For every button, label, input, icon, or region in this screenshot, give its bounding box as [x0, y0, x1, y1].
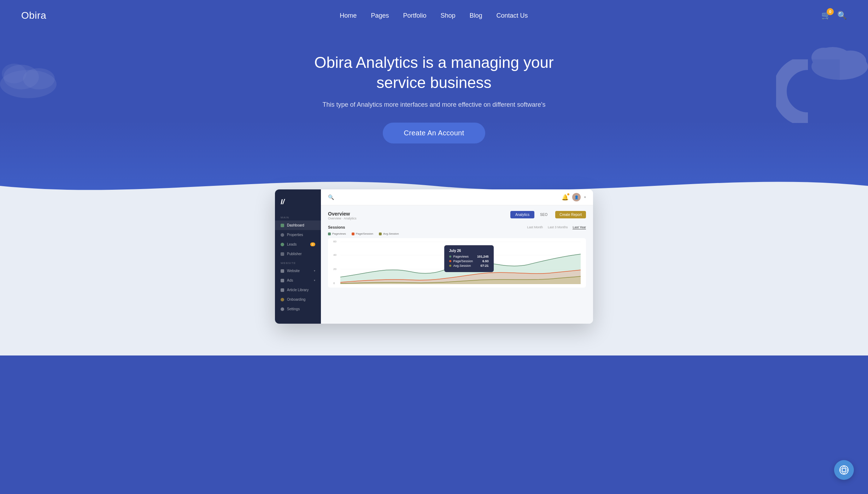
svg-text:0: 0 — [333, 282, 335, 285]
svg-rect-9 — [808, 59, 840, 123]
content-header: Overview Overview · Analytics Analytics … — [328, 211, 586, 220]
tooltip-date: July 26 — [449, 249, 489, 253]
leads-badge: 2 — [310, 242, 315, 246]
sidebar-item-website[interactable]: Website ▾ — [275, 266, 321, 276]
nav-shop[interactable]: Shop — [440, 12, 455, 19]
tab-seo[interactable]: SEO — [535, 211, 552, 218]
sidebar-main-label: MAIN — [275, 213, 321, 220]
content-tabs: Analytics SEO — [510, 211, 552, 218]
legend-avg-session: Avg.Session — [379, 232, 399, 235]
tab-analytics[interactable]: Analytics — [510, 211, 534, 218]
tooltip-page-session: Page/Session 6.93 — [449, 259, 489, 263]
bell-badge — [567, 193, 569, 195]
avatar-arrow[interactable]: ▾ — [584, 195, 586, 199]
nav-blog[interactable]: Blog — [470, 12, 482, 19]
svg-text:40: 40 — [333, 253, 336, 257]
dashboard-topbar: 🔍 🔔 👤 ▾ — [321, 189, 593, 205]
dashboard-sidebar: I/ MAIN Dashboard Properties Leads 2 — [275, 189, 321, 324]
content-title-group: Overview Overview · Analytics — [328, 211, 357, 220]
hero-subtitle: This type of Analytics more interfaces a… — [310, 101, 558, 108]
content-subtitle: Overview · Analytics — [328, 217, 357, 220]
filter-last-3-months[interactable]: Last 3 Months — [548, 225, 568, 229]
chart-tooltip: July 26 Pageviews 101,245 Page/Session 6… — [444, 245, 494, 272]
create-report-button[interactable]: Create Report — [555, 211, 586, 218]
sidebar-item-leads[interactable]: Leads 2 — [275, 240, 321, 249]
dashboard-logo: I/ — [275, 195, 321, 213]
sessions-chart: 60 40 20 0 — [328, 238, 586, 288]
nav-pages[interactable]: Pages — [371, 12, 389, 19]
dashboard-content: Overview Overview · Analytics Analytics … — [321, 205, 593, 324]
dashboard-main: 🔍 🔔 👤 ▾ — [321, 189, 593, 324]
search-icon[interactable]: 🔍 — [837, 11, 847, 20]
chart-legend: Pageviews Page/Session Avg.Session — [328, 232, 586, 235]
nav-home[interactable]: Home — [340, 12, 357, 19]
cart-count: 0 — [827, 8, 834, 15]
hero-section: Obira Analytics is a managing your servi… — [0, 31, 868, 172]
nav-actions: 🛒 0 🔍 — [821, 11, 847, 20]
topbar-actions: 🔔 👤 ▾ — [562, 193, 586, 201]
dashboard-container: I/ MAIN Dashboard Properties Leads 2 — [275, 189, 593, 324]
tooltip-avg-session: Avg.Session 07:21 — [449, 264, 489, 267]
svg-text:60: 60 — [333, 240, 336, 243]
svg-text:20: 20 — [333, 267, 336, 271]
dashboard-section: I/ MAIN Dashboard Properties Leads 2 — [0, 200, 868, 355]
cloud-left-decoration — [0, 52, 71, 98]
site-logo: Obira — [21, 10, 46, 21]
sidebar-item-properties[interactable]: Properties — [275, 230, 321, 240]
sidebar-item-ads[interactable]: Ads ▾ — [275, 276, 321, 285]
filter-last-month[interactable]: Last Month — [527, 225, 543, 229]
sessions-title: Sessions — [328, 225, 345, 229]
nav-portfolio[interactable]: Portfolio — [403, 12, 426, 19]
legend-page-session: Page/Session — [352, 232, 373, 235]
dashboard-window: I/ MAIN Dashboard Properties Leads 2 — [275, 189, 593, 324]
hero-title: Obira Analytics is a managing your servi… — [310, 52, 558, 93]
sidebar-item-settings[interactable]: Settings — [275, 304, 321, 314]
sidebar-item-onboarding[interactable]: Onboarding — [275, 295, 321, 304]
sidebar-website-label: WEBSITE — [275, 259, 321, 266]
topbar-search-icon[interactable]: 🔍 — [328, 194, 334, 200]
sidebar-item-publisher[interactable]: Publisher — [275, 249, 321, 259]
svg-point-2 — [23, 68, 55, 89]
sidebar-item-dashboard[interactable]: Dashboard — [275, 220, 321, 230]
filter-last-year[interactable]: Last Year — [573, 225, 586, 229]
time-filters: Last Month Last 3 Months Last Year — [527, 225, 586, 229]
svg-point-3 — [2, 64, 27, 83]
c-shape-decoration — [776, 59, 840, 123]
content-title: Overview — [328, 211, 357, 217]
sessions-header: Sessions Last Month Last 3 Months Last Y… — [328, 225, 586, 229]
cart-button[interactable]: 🛒 0 — [821, 11, 831, 20]
sidebar-item-article-library[interactable]: Article Library — [275, 285, 321, 295]
tooltip-pageviews: Pageviews 101,245 — [449, 255, 489, 258]
main-nav: Home Pages Portfolio Shop Blog Contact U… — [340, 12, 528, 19]
legend-pageviews: Pageviews — [328, 232, 346, 235]
create-account-button[interactable]: Create An Account — [383, 123, 486, 143]
user-avatar[interactable]: 👤 — [572, 193, 581, 201]
nav-contact[interactable]: Contact Us — [497, 12, 528, 19]
notification-bell[interactable]: 🔔 — [562, 194, 569, 201]
